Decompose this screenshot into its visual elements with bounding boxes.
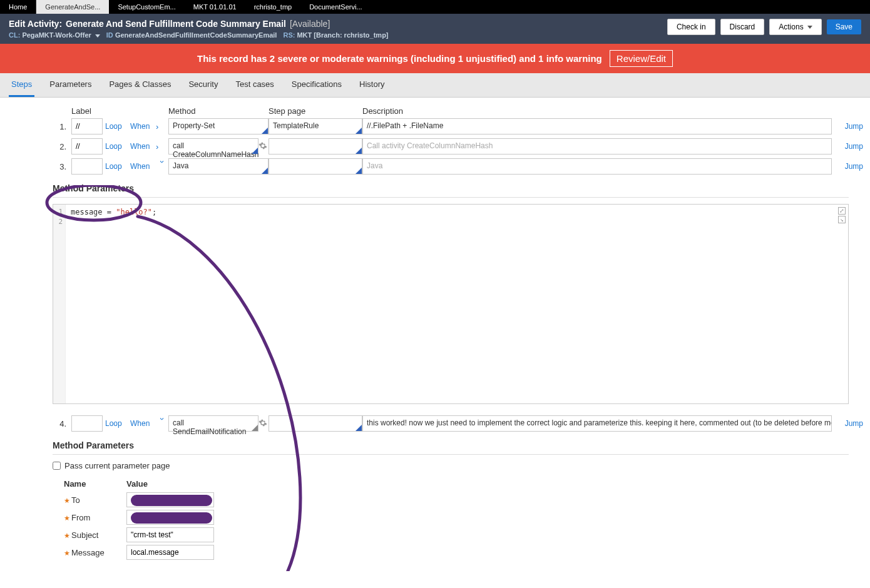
tab-history[interactable]: History (357, 73, 387, 97)
col-step-page: Step page (269, 106, 362, 116)
expand-icon[interactable]: › (156, 142, 168, 151)
method-params-heading: Method Parameters (53, 183, 870, 193)
redacted-marker (131, 512, 212, 524)
col-method: Method (168, 106, 269, 116)
param-row-from: ★From (64, 510, 870, 525)
jump-link[interactable]: Jump (832, 122, 863, 131)
tab-pages-classes[interactable]: Pages & Classes (106, 73, 173, 97)
step-page-input[interactable] (269, 138, 362, 155)
jump-link[interactable]: Jump (832, 142, 863, 151)
tab-setup[interactable]: SetupCustomEm... (109, 0, 184, 14)
pass-page-checkbox[interactable] (53, 462, 61, 470)
tab-testcases[interactable]: Test cases (233, 73, 276, 97)
rule-tabset: Steps Parameters Pages & Classes Securit… (0, 73, 870, 98)
description-input[interactable]: Call activity CreateColumnNameHash (362, 138, 832, 155)
loop-link[interactable]: Loop (103, 419, 128, 428)
description-input[interactable]: //.FilePath + .FileName (362, 118, 832, 134)
method-input[interactable]: call SendEmailNotification (168, 415, 258, 432)
tab-home[interactable]: Home (0, 0, 36, 14)
param-row-subject: ★Subject (64, 527, 870, 542)
required-star-icon: ★ (64, 549, 70, 557)
java-code-editor[interactable]: 12 message = "hello?"; ⤢ ↘ (53, 204, 849, 404)
step-row: 1. Loop When › Property-Set TemplateRule… (31, 118, 870, 134)
label-input[interactable] (71, 118, 103, 134)
step-row: 3. Loop When › Java Java Jump (31, 158, 870, 175)
tab-generate[interactable]: GenerateAndSe... (36, 0, 109, 14)
gear-icon[interactable] (258, 141, 267, 150)
label-input[interactable] (71, 415, 103, 432)
code-gutter: 12 (53, 205, 66, 403)
when-link[interactable]: When (128, 122, 156, 131)
jump-link[interactable]: Jump (832, 419, 863, 428)
header-name: Generate And Send Fulfillment Code Summa… (66, 19, 286, 29)
param-col-name: Name (64, 479, 126, 489)
method-input[interactable]: call CreateColumnNameHash (168, 138, 258, 155)
code-body[interactable]: message = "hello?"; (66, 205, 161, 403)
step-page-input[interactable] (269, 158, 362, 175)
header-prefix: Edit Activity: (9, 19, 62, 29)
param-col-value: Value (126, 479, 220, 489)
step-row: 4. Loop When › call SendEmailNotificatio… (31, 415, 870, 432)
cl-value[interactable]: PegaMKT-Work-Offer (22, 31, 91, 39)
method-input[interactable]: Java (168, 158, 269, 175)
redacted-marker (131, 495, 212, 506)
id-value: GenerateAndSendFulfillmentCodeSummaryEma… (115, 31, 277, 39)
description-input[interactable]: Java (362, 158, 832, 175)
param-value-message[interactable] (126, 545, 214, 560)
id-label: ID (106, 31, 113, 39)
tab-parameters[interactable]: Parameters (47, 73, 94, 97)
when-link[interactable]: When (128, 419, 156, 428)
pass-page-label: Pass current parameter page (64, 461, 170, 470)
review-edit-button[interactable]: Review/Edit (610, 50, 673, 67)
rs-label: RS: (283, 31, 295, 39)
loop-link[interactable]: Loop (103, 142, 128, 151)
checkin-button[interactable]: Check in (667, 19, 715, 35)
tab-docservice[interactable]: DocumentServi... (300, 0, 371, 14)
chevron-down-icon (807, 26, 812, 29)
label-input[interactable] (71, 158, 103, 175)
collapse-icon[interactable]: › (158, 160, 167, 173)
param-value-from[interactable] (126, 510, 214, 525)
loop-link[interactable]: Loop (103, 162, 128, 171)
collapse-code-icon[interactable]: ↘ (838, 216, 846, 223)
warning-bar: This record has 2 severe or moderate war… (0, 44, 870, 73)
actions-button[interactable]: Actions (769, 19, 821, 35)
expand-icon[interactable]: › (156, 122, 168, 131)
chevron-down-icon[interactable] (95, 34, 100, 38)
param-value-to[interactable] (126, 492, 214, 507)
step-row: 2. Loop When › call CreateColumnNameHash… (31, 138, 870, 155)
loop-link[interactable]: Loop (103, 122, 128, 131)
tab-specifications[interactable]: Specifications (289, 73, 344, 97)
tab-security[interactable]: Security (186, 73, 220, 97)
header-availability: [Available] (290, 19, 330, 29)
step-page-input[interactable]: TemplateRule (269, 118, 362, 134)
gear-icon[interactable] (258, 418, 267, 427)
required-star-icon: ★ (64, 514, 70, 522)
method-input[interactable]: Property-Set (168, 118, 269, 134)
tab-rchristo[interactable]: rchristo_tmp (245, 0, 301, 14)
label-input[interactable] (71, 138, 103, 155)
step-number: 4. (53, 419, 71, 428)
param-value-subject[interactable] (126, 527, 214, 542)
step-number: 3. (53, 162, 71, 171)
rule-header: Edit Activity: Generate And Send Fulfill… (0, 14, 870, 44)
description-input[interactable]: this worked! now we just need to impleme… (362, 415, 832, 432)
jump-link[interactable]: Jump (832, 162, 863, 171)
expand-code-icon[interactable]: ⤢ (838, 207, 846, 215)
tab-steps[interactable]: Steps (9, 73, 34, 97)
step-number: 1. (53, 122, 71, 131)
param-row-message: ★Message (64, 545, 870, 560)
app-tabbar: Home GenerateAndSe... SetupCustomEm... M… (0, 0, 870, 14)
param-row-to: ★To (64, 492, 870, 507)
col-label: Label (71, 106, 103, 116)
step-page-input[interactable] (269, 415, 362, 432)
collapse-icon[interactable]: › (158, 417, 167, 430)
method-params-heading-2: Method Parameters (53, 440, 870, 450)
warning-text: This record has 2 severe or moderate war… (197, 53, 602, 64)
step-number: 2. (53, 142, 71, 151)
when-link[interactable]: When (128, 162, 156, 171)
tab-mkt[interactable]: MKT 01.01.01 (185, 0, 245, 14)
when-link[interactable]: When (128, 142, 156, 151)
save-button[interactable]: Save (827, 19, 861, 34)
discard-button[interactable]: Discard (720, 19, 765, 35)
